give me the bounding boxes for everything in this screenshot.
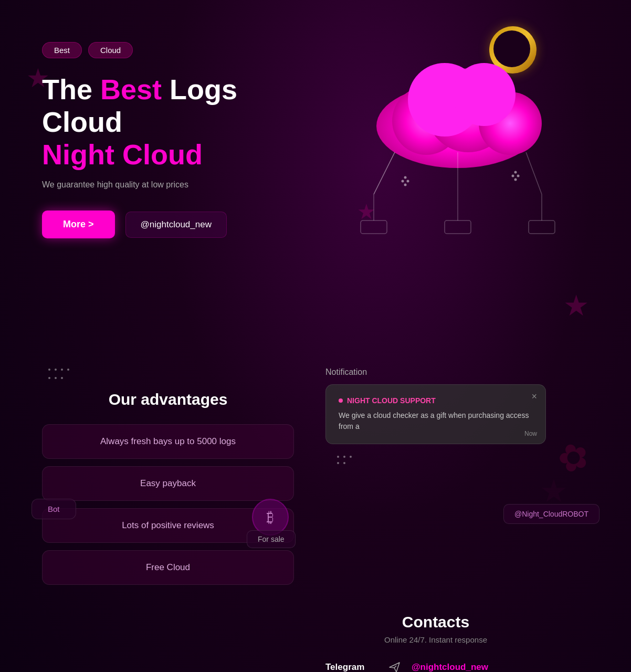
svg-rect-15	[529, 220, 555, 234]
advantages-right: Notification × NIGHT CLOUD SUPPORT We gi…	[325, 368, 589, 465]
svg-rect-12	[445, 220, 471, 234]
contacts-section: Contacts Online 24/7. Instant response T…	[0, 613, 631, 672]
svg-point-23	[514, 178, 517, 181]
hero-section: Best Cloud The Best Logs Cloud Night Clo…	[0, 0, 631, 273]
advantage-item-2: Easy payback	[42, 466, 294, 501]
dot-deco	[55, 377, 57, 379]
cloud-illustration	[327, 32, 589, 231]
cta-row: More > @nightcloud_new	[42, 211, 315, 238]
advantages-left: Our advantages Always fresh bays up to 5…	[42, 368, 294, 592]
svg-line-7	[374, 152, 395, 194]
svg-point-21	[514, 171, 517, 174]
hero-title: The Best Logs Cloud Night Cloud	[42, 73, 315, 171]
notification-card: × NIGHT CLOUD SUPPORT We give a cloud ch…	[325, 384, 546, 444]
notification-close-button[interactable]: ×	[531, 391, 537, 402]
svg-rect-9	[361, 220, 387, 234]
float-for-sale: For sale	[247, 530, 296, 548]
notification-title: NIGHT CLOUD SUPPORT	[339, 396, 533, 405]
telegram-contact-handle: @nightcloud_new	[412, 662, 488, 672]
advantage-item-1: Always fresh bays up to 5000 logs	[42, 424, 294, 459]
advantages-title: Our advantages	[42, 391, 294, 408]
badge-best: Best	[42, 42, 82, 58]
svg-point-18	[407, 180, 409, 183]
contact-telegram-row: Telegram @nightcloud_new	[325, 659, 546, 672]
svg-point-20	[512, 175, 514, 177]
float-bot-button[interactable]: Bot	[31, 499, 76, 519]
dot-deco	[350, 456, 352, 458]
cloud-lines-svg	[353, 152, 563, 236]
dot-deco	[343, 456, 345, 458]
svg-point-16	[402, 180, 404, 183]
dot-deco	[337, 462, 339, 464]
advantage-item-4: Free Cloud	[42, 550, 294, 585]
dot-deco	[61, 369, 63, 371]
cloud-container	[348, 32, 568, 200]
contact-telegram-label: Telegram	[325, 662, 378, 672]
svg-line-13	[526, 152, 542, 194]
notification-time: Now	[524, 430, 537, 437]
badge-row: Best Cloud	[42, 42, 315, 58]
contacts-title: Contacts	[325, 613, 546, 631]
svg-point-17	[404, 176, 407, 179]
hero-left: Best Cloud The Best Logs Cloud Night Clo…	[42, 32, 315, 238]
svg-point-22	[517, 175, 520, 177]
dot-deco	[48, 369, 50, 371]
contacts-subtitle: Online 24/7. Instant response	[325, 635, 546, 644]
status-dot	[339, 398, 343, 403]
telegram-handle-hero: @nightcloud_new	[125, 212, 227, 238]
dot-deco	[67, 369, 69, 371]
dot-deco	[337, 456, 339, 458]
svg-point-5	[453, 63, 516, 126]
hero-subtitle: We guarantee high quality at low prices	[42, 180, 315, 190]
dot-deco	[61, 377, 63, 379]
notification-label: Notification	[325, 368, 589, 377]
dot-deco	[55, 369, 57, 371]
svg-point-19	[404, 184, 407, 186]
telegram-icon	[386, 659, 403, 672]
contacts-left	[42, 613, 294, 672]
dot-deco	[343, 462, 345, 464]
float-robot-handle: @Night_CloudROBOT	[503, 504, 600, 524]
hero-title-line1: The Best Logs Cloud	[42, 74, 237, 138]
hero-title-line2: Night Cloud	[42, 138, 315, 171]
badge-cloud: Cloud	[88, 42, 133, 58]
contacts-right: Contacts Online 24/7. Instant response T…	[325, 613, 546, 672]
dot-deco	[48, 377, 50, 379]
advantages-section: Our advantages Always fresh bays up to 5…	[0, 336, 631, 613]
notification-text: We give a cloud checker as a gift when p…	[339, 410, 533, 432]
more-button[interactable]: More >	[42, 211, 115, 238]
